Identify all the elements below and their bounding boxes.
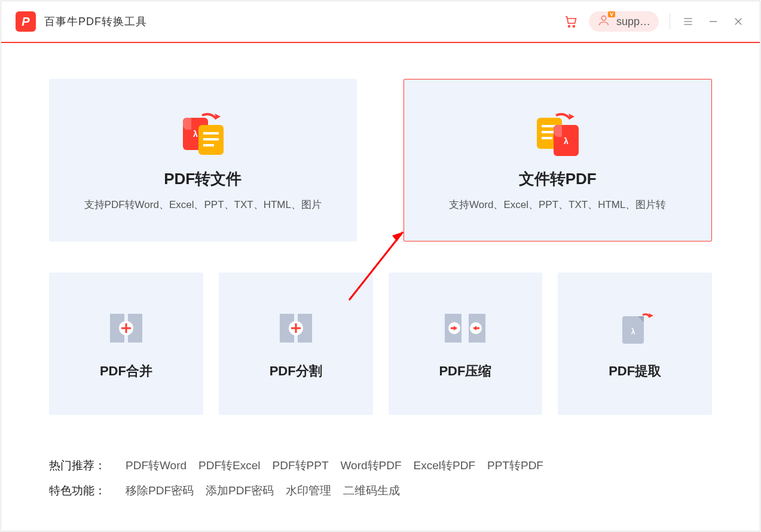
feature-links: 移除PDF密码 添加PDF密码 水印管理 二维码生成	[126, 483, 400, 499]
card-title: PDF转文件	[164, 169, 242, 189]
svg-text:λ: λ	[564, 136, 569, 146]
split-icon	[275, 307, 317, 349]
svg-text:λ: λ	[631, 328, 635, 336]
svg-rect-18	[542, 137, 552, 139]
titlebar-right: V supp…	[564, 11, 745, 32]
card-pdf-compress[interactable]: PDF压缩	[389, 273, 543, 415]
hot-row: 热门推荐： PDF转Word PDF转Excel PDF转PPT Word转PD…	[49, 458, 712, 473]
tool-cards-row: PDF合并 PDF分割	[49, 273, 712, 415]
hot-link[interactable]: PPT转PDF	[487, 458, 543, 473]
user-icon: V	[597, 14, 610, 29]
titlebar: P 百事牛PDF转换工具 V supp…	[1, 1, 760, 43]
hot-link[interactable]: Word转PDF	[340, 458, 401, 473]
hot-label: 热门推荐：	[49, 458, 126, 473]
user-name-label: supp…	[616, 16, 650, 28]
svg-rect-12	[203, 132, 219, 134]
merge-icon	[105, 307, 147, 349]
card-pdf-to-file[interactable]: λ PDF转文件 支持PDF转Word、Excel、PPT、TXT、HTML、图…	[49, 79, 357, 241]
card-desc: 支持PDF转Word、Excel、PPT、TXT、HTML、图片	[84, 198, 322, 212]
menu-icon[interactable]	[681, 14, 695, 29]
feature-row: 特色功能： 移除PDF密码 添加PDF密码 水印管理 二维码生成	[49, 483, 712, 499]
svg-point-1	[573, 26, 575, 27]
feature-link[interactable]: 二维码生成	[343, 483, 400, 499]
hot-link[interactable]: PDF转Excel	[198, 458, 260, 473]
cart-icon[interactable]	[564, 14, 578, 29]
extract-icon: λ	[614, 307, 656, 349]
hot-link[interactable]: Excel转PDF	[414, 458, 475, 473]
feature-link[interactable]: 水印管理	[286, 483, 331, 499]
footer: 热门推荐： PDF转Word PDF转Excel PDF转PPT Word转PD…	[1, 458, 760, 499]
svg-text:λ: λ	[193, 129, 198, 139]
user-account-button[interactable]: V supp…	[589, 11, 659, 32]
card-title: PDF压缩	[439, 362, 491, 380]
hot-link[interactable]: PDF转Word	[126, 458, 187, 473]
file-to-pdf-icon: λ	[531, 109, 585, 158]
app-title: 百事牛PDF转换工具	[44, 14, 147, 29]
feature-label: 特色功能：	[49, 483, 126, 499]
close-button[interactable]	[731, 14, 745, 29]
pdf-to-file-icon: λ	[176, 109, 230, 158]
card-pdf-extract[interactable]: λ PDF提取	[558, 273, 712, 415]
hot-link[interactable]: PDF转PPT	[273, 458, 329, 473]
svg-rect-13	[203, 138, 219, 140]
card-title: PDF合并	[100, 362, 152, 380]
divider	[670, 14, 670, 29]
main-content: λ PDF转文件 支持PDF转Word、Excel、PPT、TXT、HTML、图…	[1, 43, 760, 415]
minimize-button[interactable]	[706, 14, 720, 29]
feature-link[interactable]: 移除PDF密码	[126, 483, 194, 499]
card-file-to-pdf[interactable]: λ 文件转PDF 支持Word、Excel、PPT、TXT、HTML、图片转	[404, 79, 713, 241]
feature-link[interactable]: 添加PDF密码	[206, 483, 274, 499]
svg-point-2	[601, 16, 606, 20]
card-title: PDF分割	[270, 362, 322, 380]
svg-rect-14	[203, 144, 214, 146]
hot-links: PDF转Word PDF转Excel PDF转PPT Word转PDF Exce…	[126, 458, 543, 473]
card-title: 文件转PDF	[519, 169, 597, 189]
compress-icon	[441, 307, 489, 349]
app-window: P 百事牛PDF转换工具 V supp…	[1, 1, 760, 531]
card-pdf-merge[interactable]: PDF合并	[49, 273, 203, 415]
primary-cards-row: λ PDF转文件 支持PDF转Word、Excel、PPT、TXT、HTML、图…	[49, 79, 712, 241]
card-title: PDF提取	[609, 362, 661, 380]
svg-point-0	[569, 26, 570, 27]
card-desc: 支持Word、Excel、PPT、TXT、HTML、图片转	[449, 198, 666, 212]
card-pdf-split[interactable]: PDF分割	[219, 273, 373, 415]
app-logo-icon: P	[16, 11, 36, 32]
